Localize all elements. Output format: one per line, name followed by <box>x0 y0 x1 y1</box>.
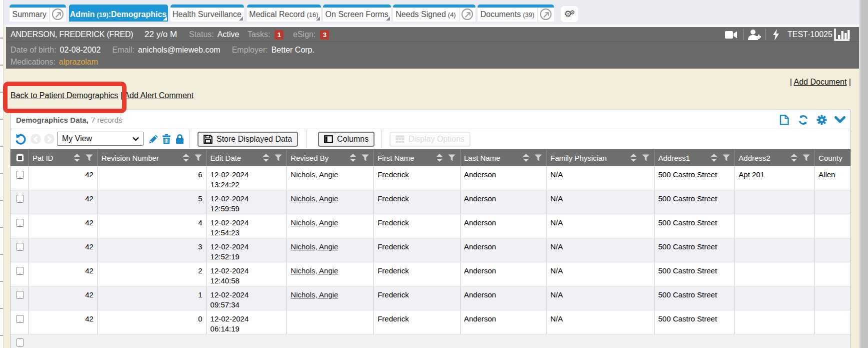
sort-icon[interactable] <box>790 154 798 162</box>
add-document-link[interactable]: Add Document <box>794 78 847 86</box>
collapse-chevron-icon[interactable] <box>834 116 844 126</box>
view-select[interactable]: My View <box>57 132 144 146</box>
display-options-button[interactable]: Display Options <box>390 132 470 147</box>
tab-label: On Screen Forms <box>323 5 391 22</box>
tabbar-settings-button[interactable]: ⚙⚙ <box>561 6 578 22</box>
popout-section[interactable] <box>459 5 476 22</box>
lock-icon[interactable] <box>176 134 184 144</box>
sort-icon[interactable] <box>182 154 190 162</box>
tab-health-surveillance[interactable]: Health Surveillance <box>170 5 244 22</box>
select-all-checkbox[interactable] <box>16 154 24 162</box>
refresh-icon[interactable] <box>798 115 808 125</box>
filter-funnel-icon[interactable] <box>448 154 456 161</box>
add-person-icon[interactable] <box>748 30 761 40</box>
filter-funnel-icon[interactable] <box>274 154 282 161</box>
tab-on-screen-forms[interactable]: On Screen Forms <box>323 5 391 22</box>
tab-admin[interactable]: Admin(19):Demographics <box>69 5 168 22</box>
tab-dropdown-corner-icon <box>316 17 320 21</box>
column-header-revision[interactable]: Revision Number <box>98 149 207 166</box>
tab-label: Documents(39) <box>478 5 538 22</box>
filter-funnel-icon[interactable] <box>722 154 730 161</box>
tab-summary[interactable]: Summary <box>10 5 66 22</box>
sort-icon[interactable] <box>710 154 718 162</box>
cell-revised_by: Nichols, Angie <box>287 166 374 190</box>
edit-pencil-icon[interactable] <box>148 134 159 144</box>
row-checkbox[interactable] <box>16 315 24 323</box>
column-header-pat_id[interactable]: Pat ID <box>29 149 98 166</box>
medications-value[interactable]: alprazolam <box>59 58 98 67</box>
undo-icon[interactable] <box>16 134 26 145</box>
revised-by-link[interactable]: Nichols, Angie <box>290 218 338 227</box>
filter-funnel-icon[interactable] <box>194 154 202 161</box>
row-checkbox[interactable] <box>16 171 24 179</box>
cell-pat_id: 42 <box>29 238 98 262</box>
sort-icon[interactable] <box>74 154 80 162</box>
columns-button[interactable]: Columns <box>318 132 374 147</box>
revised-by-link[interactable]: Nichols, Angie <box>290 242 338 251</box>
column-header-address1[interactable]: Address1 <box>654 149 735 166</box>
revised-by-link[interactable]: Nichols, Angie <box>290 170 338 179</box>
lightning-icon[interactable] <box>772 29 780 41</box>
cell-revised_by: Nichols, Angie <box>287 214 374 238</box>
cell-county <box>815 262 850 286</box>
row-checkbox[interactable] <box>16 267 24 275</box>
sort-icon[interactable] <box>262 154 270 162</box>
filter-funnel-icon[interactable] <box>86 154 93 161</box>
esign-count-badge[interactable]: 3 <box>320 30 329 40</box>
email-value: anichols@mieweb.com <box>138 46 220 55</box>
vertical-scrollbar[interactable] <box>859 0 868 348</box>
delete-trash-icon[interactable] <box>162 134 171 144</box>
popout-section[interactable] <box>538 5 554 22</box>
tab-medical-record[interactable]: Medical Record(16) <box>247 5 321 22</box>
column-header-edit_date[interactable]: Edit Date <box>207 149 288 166</box>
cell-address2 <box>735 214 815 238</box>
sort-icon[interactable] <box>350 154 356 162</box>
back-to-patient-demographics-link[interactable]: Back to Patient Demographics <box>10 91 118 100</box>
cell-pat_id: 42 <box>29 262 98 286</box>
column-header-first_name[interactable]: First Name <box>374 149 460 166</box>
cell-revised_by: Nichols, Angie <box>287 190 374 214</box>
cell-county <box>815 310 850 334</box>
cell-county: Allen <box>815 166 850 190</box>
filter-funnel-icon[interactable] <box>802 154 810 161</box>
tasks-count-badge[interactable]: 1 <box>274 30 284 40</box>
add-alert-comment-link[interactable]: Add Alert Comment <box>124 91 194 100</box>
revised-by-link[interactable]: Nichols, Angie <box>290 266 338 275</box>
cell-address2 <box>735 238 815 262</box>
column-header-county[interactable]: County <box>815 149 850 166</box>
revised-by-link[interactable]: Nichols, Angie <box>290 194 338 203</box>
filter-funnel-icon[interactable] <box>362 154 369 161</box>
row-checkbox[interactable] <box>16 195 24 203</box>
sort-icon[interactable] <box>436 154 443 162</box>
video-camera-icon[interactable] <box>725 31 738 39</box>
bar-chart-icon[interactable] <box>834 29 850 42</box>
select-all-footer-checkbox[interactable] <box>16 338 24 346</box>
row-checkbox[interactable] <box>16 291 24 299</box>
row-checkbox[interactable] <box>16 243 24 251</box>
column-header-last_name[interactable]: Last Name <box>460 149 547 166</box>
new-document-icon[interactable] <box>780 115 790 125</box>
cell-county <box>815 286 850 310</box>
gear-icon[interactable] <box>816 115 826 125</box>
sort-icon[interactable] <box>630 154 637 162</box>
tab-documents[interactable]: Documents(39) <box>478 5 554 22</box>
column-header-family_physician[interactable]: Family Physician <box>547 149 655 166</box>
cell-address2 <box>735 262 815 286</box>
revised-by-link[interactable]: Nichols, Angie <box>290 290 338 299</box>
tab-needs-signed[interactable]: Needs Signed(4) <box>393 5 476 22</box>
table-row: 42012-02-202406:14:19FrederickAndersonN/… <box>10 310 850 334</box>
store-displayed-data-button[interactable]: Store Displayed Data <box>198 132 298 147</box>
scrollbar-thumb[interactable] <box>860 0 868 348</box>
tasks-label: Tasks: <box>248 30 270 39</box>
next-icon[interactable] <box>44 134 54 144</box>
column-header-revised_by[interactable]: Revised By <box>287 149 374 166</box>
cell-checkbox <box>10 166 29 190</box>
row-checkbox[interactable] <box>16 219 24 227</box>
prev-icon[interactable] <box>30 134 41 144</box>
popout-section[interactable] <box>50 5 66 22</box>
filter-funnel-icon[interactable] <box>534 154 542 161</box>
column-header-address2[interactable]: Address2 <box>735 149 815 166</box>
cell-revised_by: Nichols, Angie <box>287 238 374 262</box>
sort-icon[interactable] <box>522 154 530 162</box>
filter-funnel-icon[interactable] <box>642 154 650 161</box>
